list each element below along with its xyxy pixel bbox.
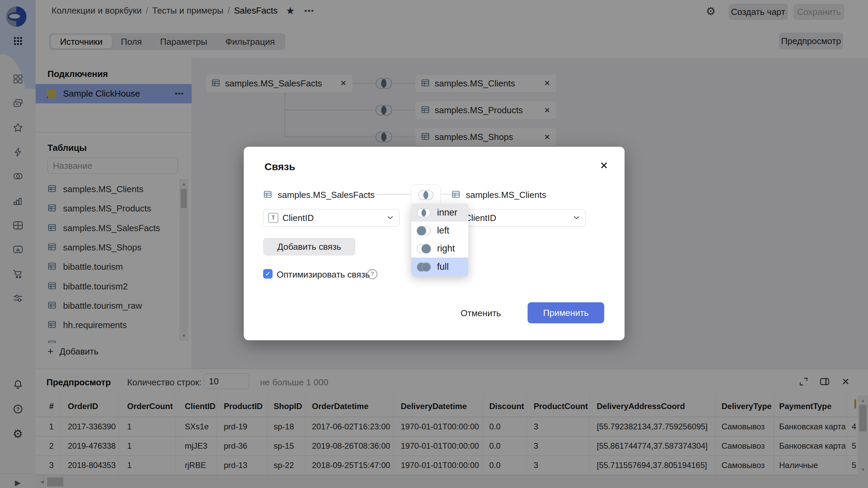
optimize-checkbox[interactable]: ✓	[263, 269, 273, 279]
table-icon	[451, 190, 460, 200]
close-modal-icon[interactable]: ✕	[600, 160, 608, 171]
help-icon[interactable]: ?	[367, 269, 377, 279]
join-type-menu: inner left right full	[411, 204, 468, 276]
join-option-label: left	[437, 225, 449, 236]
apply-button[interactable]: Применить	[528, 302, 604, 323]
join-full-icon	[415, 261, 432, 273]
join-inner-icon	[415, 207, 432, 219]
join-option-left[interactable]: left	[411, 222, 468, 240]
right-field-value: ClientID	[465, 213, 496, 223]
right-table-name: samples.MS_Clients	[466, 190, 546, 200]
left-table-name: samples.MS_SalesFacts	[278, 190, 375, 200]
join-type-button[interactable]	[411, 184, 441, 205]
table-icon	[263, 190, 272, 200]
chevron-down-icon	[573, 215, 580, 221]
string-type-icon: T	[268, 213, 278, 223]
optimize-label: Оптимизировать связь	[277, 269, 370, 280]
chevron-down-icon	[387, 215, 394, 221]
cancel-button[interactable]: Отменить	[460, 304, 501, 322]
join-option-label: inner	[437, 207, 457, 218]
join-option-right[interactable]: right	[411, 240, 468, 258]
join-left-icon	[415, 225, 432, 237]
join-inner-icon	[417, 189, 435, 201]
join-option-label: right	[437, 243, 455, 254]
join-option-inner[interactable]: inner	[411, 204, 468, 222]
dataset-editor-screen: ? ⚙ ▶ Коллекции и воркбуки / Тесты и при…	[0, 0, 868, 488]
join-right-icon	[415, 243, 432, 255]
modal-right-table: samples.MS_Clients	[451, 190, 546, 200]
left-field-select[interactable]: T ClientID	[263, 209, 399, 227]
add-join-button[interactable]: Добавить связь	[263, 238, 355, 256]
check-icon: ✓	[265, 270, 271, 278]
left-field-value: ClientID	[282, 213, 314, 223]
join-option-full[interactable]: full	[411, 258, 468, 276]
modal-title: Связь	[264, 161, 295, 172]
modal-left-table: samples.MS_SalesFacts	[263, 190, 375, 200]
join-line	[440, 194, 451, 195]
join-option-label: full	[437, 262, 449, 272]
